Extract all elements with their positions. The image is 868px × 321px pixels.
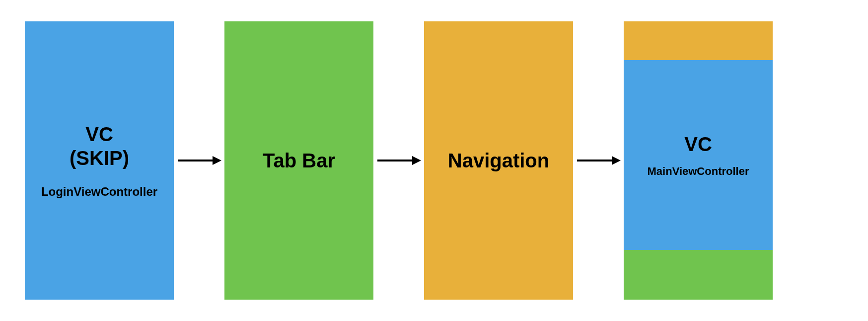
svg-marker-5	[612, 156, 621, 165]
box-tab-bar: Tab Bar	[224, 21, 373, 300]
box4-subtitle: MainViewController	[648, 165, 749, 178]
tab-bar-region	[624, 250, 773, 300]
box2-title: Tab Bar	[263, 149, 335, 172]
arrow-icon	[376, 155, 421, 166]
arrow-icon	[576, 155, 621, 166]
arrow-icon	[177, 155, 221, 166]
svg-marker-1	[213, 156, 221, 165]
box-main-vc: VC MainViewController	[624, 21, 773, 300]
svg-marker-3	[412, 156, 421, 165]
box1-title-line1: VC	[85, 122, 113, 146]
content-region: VC MainViewController	[624, 60, 773, 250]
box-navigation: Navigation	[424, 21, 573, 300]
box-login-vc: VC (SKIP) LoginViewController	[25, 21, 174, 300]
box1-subtitle: LoginViewController	[41, 185, 157, 199]
box1-title-line2: (SKIP)	[70, 146, 129, 170]
flow-diagram: VC (SKIP) LoginViewController Tab Bar Na…	[0, 0, 868, 321]
nav-bar-region	[624, 21, 773, 60]
box4-title: VC	[684, 132, 712, 156]
box3-title: Navigation	[448, 149, 549, 172]
